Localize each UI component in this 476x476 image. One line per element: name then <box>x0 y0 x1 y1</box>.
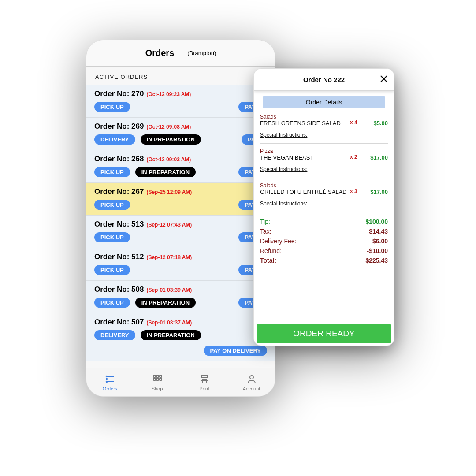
tab-label: Print <box>199 386 209 391</box>
pick-up-pill: PICK UP <box>94 298 130 308</box>
active-orders-heading: ACTIVE ORDERS <box>86 67 275 85</box>
item-price: $17.00 <box>361 154 388 161</box>
delivery-value: $6.00 <box>372 238 388 245</box>
pick-up-pill: PICK UP <box>94 167 130 177</box>
page-title: Orders <box>145 48 175 58</box>
tab-orders[interactable]: Orders <box>86 368 134 396</box>
tip-label: Tip: <box>260 218 270 225</box>
order-number-label: Order No: 508 <box>94 285 144 294</box>
order-number-label: Order No: 268 <box>94 155 144 164</box>
tax-label: Tax: <box>260 228 271 235</box>
order-number-label: Order No: 269 <box>94 122 144 131</box>
order-row[interactable]: Order No: 268(Oct-12 09:03 AM)PICK UPIN … <box>86 150 275 183</box>
item-divider <box>260 143 388 144</box>
order-row[interactable]: Order No: 512(Sep-12 07:18 AM)PICK UPPAY… <box>86 248 275 281</box>
item-price: $17.00 <box>361 189 388 195</box>
order-item: PizzaTHE VEGAN BEASTx 2$17.00Special Ins… <box>260 145 388 176</box>
order-timestamp: (Oct-12 09:03 AM) <box>146 156 191 163</box>
item-name: FRESH GREENS SIDE SALAD <box>260 120 350 126</box>
total-value: $225.43 <box>365 257 388 264</box>
special-instructions-label: Special Instructions: <box>260 201 388 207</box>
item-category: Pizza <box>260 148 388 154</box>
order-timestamp: (Oct-12 09:08 AM) <box>146 124 191 130</box>
pick-up-pill: PICK UP <box>94 102 130 112</box>
order-item: SaladsFRESH GREENS SIDE SALADx 4$5.00Spe… <box>260 111 388 141</box>
delivery-pill: DELIVERY <box>94 134 135 145</box>
order-row[interactable]: Order No: 270(Oct-12 09:23 AM)PICK UPPAY… <box>86 85 275 118</box>
order-timestamp: (Sep-01 03:37 AM) <box>146 320 192 326</box>
in-preparation-pill: IN PREPARATION <box>135 167 196 177</box>
tab-shop[interactable]: Shop <box>134 368 181 396</box>
tab-account[interactable]: Account <box>228 368 275 396</box>
orders-phone: Orders (Brampton) ACTIVE ORDERS Order No… <box>86 40 275 397</box>
location-label: (Brampton) <box>187 50 216 56</box>
pick-up-pill: PICK UP <box>94 200 130 210</box>
order-details-header: Order No 222 <box>254 69 394 91</box>
order-timestamp: (Sep-12 07:43 AM) <box>146 222 192 228</box>
order-number-label: Order No: 512 <box>94 253 144 261</box>
svg-point-4 <box>106 378 107 379</box>
tab-bar: OrdersShopPrintAccount <box>86 368 275 396</box>
svg-rect-11 <box>160 378 162 380</box>
total-label: Total: <box>260 257 276 264</box>
tab-label: Shop <box>152 386 163 391</box>
item-name: GRILLED TOFU ENTREÉ SALAD <box>260 189 350 195</box>
item-qty: x 3 <box>350 189 361 194</box>
pick-up-pill: PICK UP <box>94 265 130 275</box>
item-name: THE VEGAN BEAST <box>260 154 350 161</box>
svg-rect-7 <box>156 375 159 377</box>
order-number-label: Order No: 513 <box>94 220 144 229</box>
order-totals: Tip:$100.00 Tax:$14.43 Delivery Fee:$6.0… <box>260 214 388 265</box>
close-icon[interactable] <box>379 74 389 86</box>
order-item: SaladsGRILLED TOFU ENTREÉ SALADx 3$17.00… <box>260 180 388 210</box>
tab-label: Account <box>243 386 260 391</box>
order-details-band: Order Details <box>263 96 385 108</box>
tab-print[interactable]: Print <box>181 368 228 396</box>
svg-point-15 <box>250 376 253 379</box>
in-preparation-pill: IN PREPARATION <box>141 330 201 340</box>
order-row[interactable]: Order No: 269(Oct-12 09:08 AM)DELIVERYIN… <box>86 118 275 150</box>
in-preparation-pill: IN PREPARATION <box>141 134 201 145</box>
refund-value: -$10.00 <box>367 247 388 254</box>
order-row[interactable]: Order No: 513(Sep-12 07:43 AM)PICK UPPAY… <box>86 216 275 248</box>
special-instructions-label: Special Instructions: <box>260 166 388 172</box>
item-qty: x 2 <box>350 154 361 160</box>
svg-rect-6 <box>153 375 156 377</box>
in-preparation-pill: IN PREPARATION <box>135 298 196 308</box>
item-category: Salads <box>260 114 388 120</box>
item-divider <box>260 178 388 178</box>
tab-label: Orders <box>103 386 118 391</box>
item-price: $5.00 <box>361 120 388 126</box>
item-divider <box>260 212 388 212</box>
order-row[interactable]: Order No: 507(Sep-01 03:37 AM)DELIVERYIN… <box>86 313 275 361</box>
order-number-label: Order No: 270 <box>94 89 144 98</box>
order-list[interactable]: Order No: 270(Oct-12 09:23 AM)PICK UPPAY… <box>86 85 275 361</box>
item-qty: x 4 <box>350 120 361 126</box>
printer-icon <box>199 374 210 385</box>
order-items: SaladsFRESH GREENS SIDE SALADx 4$5.00Spe… <box>260 111 388 212</box>
order-row[interactable]: Order No: 267(Sep-25 12:09 AM)PICK UPPAY… <box>86 183 275 216</box>
person-icon <box>246 374 257 385</box>
order-timestamp: (Sep-12 07:18 AM) <box>146 254 192 260</box>
order-timestamp: (Sep-01 03:39 AM) <box>146 287 192 293</box>
svg-point-3 <box>106 376 107 377</box>
orders-header: Orders (Brampton) <box>86 40 275 67</box>
payment-status-pill: PAY ON DELIVERY <box>204 346 267 356</box>
delivery-pill: DELIVERY <box>94 330 135 340</box>
svg-point-5 <box>106 381 107 382</box>
tax-value: $14.43 <box>369 228 388 235</box>
order-ready-button[interactable]: ORDER READY <box>257 324 391 343</box>
order-number-label: Order No: 507 <box>94 318 144 327</box>
order-details-title: Order No 222 <box>303 76 345 83</box>
delivery-label: Delivery Fee: <box>260 238 296 245</box>
svg-rect-9 <box>153 378 156 380</box>
order-timestamp: (Oct-12 09:23 AM) <box>146 91 191 97</box>
grid-icon <box>152 374 163 385</box>
tip-value: $100.00 <box>365 218 388 225</box>
list-icon <box>105 374 115 385</box>
order-details-phone: Order No 222 Order Details SaladsFRESH G… <box>253 68 394 346</box>
order-row[interactable]: Order No: 508(Sep-01 03:39 AM)PICK UPIN … <box>86 281 275 313</box>
item-category: Salads <box>260 182 388 189</box>
pick-up-pill: PICK UP <box>94 232 130 242</box>
order-number-label: Order No: 267 <box>94 187 144 196</box>
